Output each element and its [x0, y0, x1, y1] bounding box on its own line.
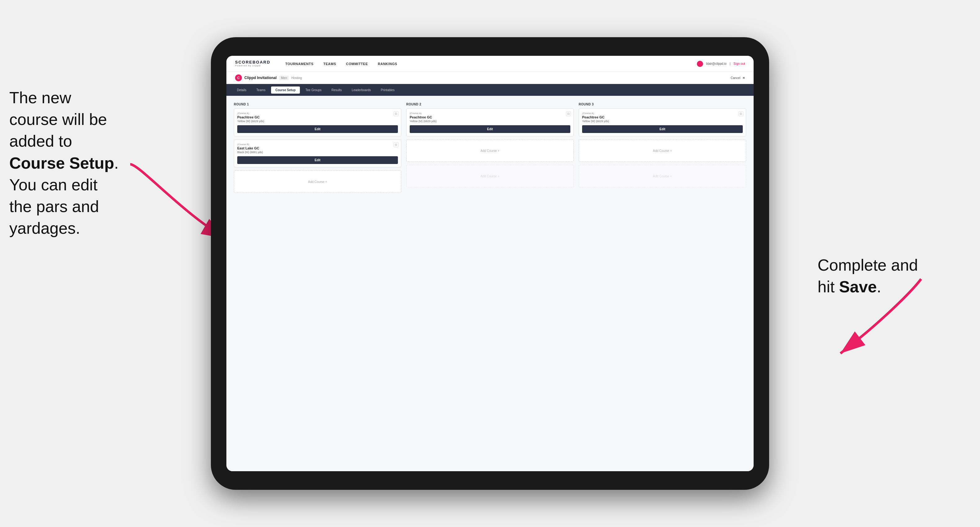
round1-course-a-name: Peachtree GC — [237, 115, 398, 119]
round2-course-a-name: Peachtree GC — [410, 115, 570, 119]
round1-course-a-delete[interactable]: ⊡ — [393, 111, 399, 116]
nav-right: blair@clippd.io | Sign out — [697, 61, 745, 67]
divider: | — [730, 62, 731, 65]
round2-course-a-delete[interactable]: ⊡ — [566, 111, 571, 116]
round3-course-a-delete[interactable]: ⊡ — [738, 111, 743, 116]
top-nav: SCOREBOARD Powered by clippd TOURNAMENTS… — [226, 56, 754, 72]
logo-area: SCOREBOARD Powered by clippd — [235, 60, 270, 67]
round2-course-a-badge: (Course A) — [410, 112, 570, 115]
round1-course-b-edit-button[interactable]: Edit — [237, 156, 398, 164]
round2-add-course-disabled-label: Add Course + — [480, 175, 499, 178]
tournament-bar: C Clippd Invitational Men Hosting Cancel… — [226, 72, 754, 84]
tab-course-setup[interactable]: Course Setup — [271, 86, 300, 94]
round1-course-a-edit-button[interactable]: Edit — [237, 125, 398, 133]
round3-add-course-label: Add Course + — [653, 149, 672, 152]
tablet-frame: SCOREBOARD Powered by clippd TOURNAMENTS… — [211, 37, 769, 490]
round1-add-course-button[interactable]: Add Course + — [234, 170, 401, 193]
annotation-line3: added to — [9, 132, 72, 150]
tab-leaderboards[interactable]: Leaderboards — [347, 86, 375, 94]
annotation-bold: Course Setup — [9, 154, 114, 172]
round3-add-course-disabled: Add Course + — [579, 165, 746, 187]
logo-sub: Powered by clippd — [235, 65, 270, 67]
round1-course-a-details: Yellow (M) (6629 yds) — [237, 120, 398, 123]
round2-course-a-details: Yellow (M) (6629 yds) — [410, 120, 570, 123]
tablet-screen: SCOREBOARD Powered by clippd TOURNAMENTS… — [226, 56, 754, 471]
nav-teams[interactable]: TEAMS — [323, 61, 336, 67]
round-3-label: Round 3 — [579, 103, 746, 106]
annotation-line7: yardages. — [9, 219, 80, 237]
annotation-right-line1: Complete and — [818, 256, 918, 274]
round3-course-a-details: Yellow (M) (6629 yds) — [582, 120, 743, 123]
round3-course-a-badge: (Course A) — [582, 112, 743, 115]
round2-course-a-edit-button[interactable]: Edit — [410, 125, 570, 133]
annotation-left: The new course will be added to Course S… — [9, 87, 119, 239]
tournament-name: Clippd Invitational — [244, 76, 277, 80]
round-2-label: Round 2 — [406, 103, 574, 106]
round2-add-course-disabled: Add Course + — [406, 165, 574, 187]
tab-results[interactable]: Results — [327, 86, 346, 94]
round3-add-course-disabled-label: Add Course + — [653, 175, 672, 178]
round3-course-a-name: Peachtree GC — [582, 115, 743, 119]
round1-course-a-card: ⊡ (Course A) Peachtree GC Yellow (M) (66… — [234, 108, 401, 137]
round1-course-b-delete[interactable]: ⊡ — [393, 142, 399, 147]
tournament-logo: C — [235, 75, 242, 81]
cancel-button[interactable]: Cancel ✕ — [731, 76, 745, 80]
round1-course-a-badge: (Course A) — [237, 112, 398, 115]
round3-add-course-button[interactable]: Add Course + — [579, 140, 746, 162]
nav-tournaments[interactable]: TOURNAMENTS — [285, 61, 313, 67]
round1-course-b-details: Black (M) (6891 yds) — [237, 151, 398, 154]
rounds-grid: Round 1 ⊡ (Course A) Peachtree GC Yellow… — [234, 103, 746, 196]
sub-tabs: Details Teams Course Setup Tee Groups Re… — [226, 84, 754, 96]
user-email: blair@clippd.io — [706, 62, 727, 65]
tournament-status: Hosting — [291, 76, 302, 80]
round3-course-a-card: ⊡ (Course A) Peachtree GC Yellow (M) (66… — [579, 108, 746, 137]
arrow-right — [831, 273, 931, 360]
round1-course-b-card: ⊡ (Course B) East Lake GC Black (M) (689… — [234, 140, 401, 167]
content-area: Round 1 ⊡ (Course A) Peachtree GC Yellow… — [226, 96, 754, 471]
round2-add-course-button[interactable]: Add Course + — [406, 140, 574, 162]
round-1-column: Round 1 ⊡ (Course A) Peachtree GC Yellow… — [234, 103, 401, 196]
round1-course-b-badge: (Course B) — [237, 143, 398, 146]
round1-course-b-name: East Lake GC — [237, 146, 398, 150]
round-3-column: Round 3 ⊡ (Course A) Peachtree GC Yellow… — [579, 103, 746, 196]
logo-scoreboard: SCOREBOARD — [235, 60, 270, 65]
tab-details[interactable]: Details — [232, 86, 251, 94]
annotation-line5: You can edit — [9, 176, 97, 194]
round3-course-a-edit-button[interactable]: Edit — [582, 125, 743, 133]
nav-rankings[interactable]: RANKINGS — [378, 61, 397, 67]
annotation-line6: the pars and — [9, 197, 99, 216]
sign-out-link[interactable]: Sign out — [733, 62, 745, 65]
tab-tee-groups[interactable]: Tee Groups — [301, 86, 326, 94]
round2-add-course-label: Add Course + — [480, 149, 499, 152]
cancel-x-icon: ✕ — [743, 76, 745, 80]
nav-committee[interactable]: COMMITTEE — [346, 61, 368, 67]
round2-course-a-card: ⊡ (Course A) Peachtree GC Yellow (M) (66… — [406, 108, 574, 137]
round-2-column: Round 2 ⊡ (Course A) Peachtree GC Yellow… — [406, 103, 574, 196]
tab-teams[interactable]: Teams — [252, 86, 270, 94]
avatar — [697, 61, 703, 67]
round-1-label: Round 1 — [234, 103, 401, 106]
tab-printables[interactable]: Printables — [377, 86, 399, 94]
annotation-line1: The new — [9, 89, 71, 106]
tournament-gender-badge: Men — [279, 76, 289, 80]
round1-add-course-label: Add Course + — [308, 180, 327, 184]
annotation-line2: course will be — [9, 110, 107, 129]
